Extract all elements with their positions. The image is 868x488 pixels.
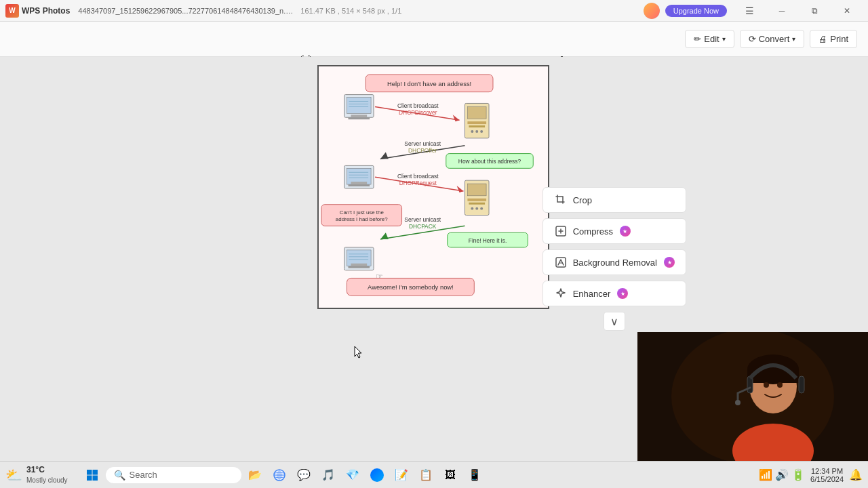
svg-text:DHCPRequest: DHCPRequest (399, 180, 437, 186)
convert-button[interactable]: ⟳ Convert ▾ (740, 30, 805, 48)
wifi-icon: 📶 (759, 468, 772, 481)
svg-rect-16 (467, 121, 486, 124)
title-bar: W WPS Photos 448347097_151259622967905..… (0, 0, 868, 22)
print-button[interactable]: 🖨 Print (810, 30, 857, 48)
svg-rect-57 (348, 266, 370, 268)
svg-text:Can't I just use the: Can't I just use the (340, 209, 384, 216)
svg-point-20 (480, 130, 483, 133)
taskbar-browser-icon[interactable] (269, 464, 290, 486)
weather-icon: ⛅ (5, 467, 22, 483)
search-placeholder: Search (130, 470, 157, 480)
convert-icon: ⟳ (749, 34, 756, 44)
edit-label: Edit (704, 34, 719, 44)
hamburger-button[interactable]: ☰ (734, 0, 765, 22)
svg-text:DHCPOffer: DHCPOffer (408, 147, 437, 154)
weather-temp: 31°C (26, 465, 68, 476)
taskbar-app5-icon[interactable]: 💎 (342, 464, 363, 486)
svg-point-75 (764, 382, 769, 388)
date: 6/15/2024 (810, 475, 844, 483)
svg-rect-77 (87, 470, 92, 475)
taskbar-search[interactable]: 🔍 Search (106, 467, 241, 483)
weather-widget: ⛅ 31°C Mostly cloudy (5, 465, 73, 485)
background-removal-label: Background Removal (573, 258, 657, 268)
background-removal-badge: ★ (664, 257, 675, 268)
background-removal-panel-item[interactable]: Background Removal ★ (542, 249, 686, 275)
svg-rect-15 (467, 106, 486, 119)
dhcp-diagram-svg: Help! I don't have an address! Client br… (319, 66, 548, 308)
taskbar-app6-icon[interactable] (366, 464, 388, 486)
svg-text:Client broadcast: Client broadcast (397, 173, 439, 180)
toolbar-right: ✏ Edit ▾ ⟳ Convert ▾ 🖨 Print (685, 30, 857, 48)
svg-point-46 (475, 207, 478, 210)
weather-info: 31°C Mostly cloudy (26, 465, 68, 485)
convert-dropdown-icon: ▾ (792, 35, 795, 43)
edit-icon: ✏ (694, 34, 701, 44)
edit-dropdown-icon: ▾ (722, 35, 726, 43)
system-time[interactable]: 12:34 PM 6/15/2024 (810, 467, 844, 483)
app-logo: W WPS Photos (5, 4, 70, 18)
taskbar-phone-icon[interactable]: 📱 (464, 464, 486, 486)
webcam-video (637, 332, 868, 461)
svg-rect-80 (92, 475, 98, 481)
taskbar-messenger-icon[interactable]: 💬 (293, 464, 315, 486)
compress-label: Compress (573, 226, 613, 237)
svg-point-76 (777, 382, 783, 388)
enhancer-icon (554, 287, 568, 300)
compress-icon (554, 224, 568, 238)
svg-rect-17 (469, 125, 485, 127)
edit-button[interactable]: ✏ Edit ▾ (685, 30, 734, 48)
svg-point-45 (471, 207, 473, 210)
minimize-button[interactable]: ─ (766, 0, 797, 22)
taskbar-clipboard-icon[interactable]: 📋 (415, 464, 437, 486)
image-viewer: Help! I don't have an address! Client br… (317, 65, 549, 309)
svg-text:address I had before?: address I had before? (336, 216, 388, 222)
svg-text:DHCPDiscover: DHCPDiscover (399, 109, 437, 116)
webcam-overlay (637, 332, 868, 461)
svg-rect-43 (467, 199, 486, 201)
crop-panel-item[interactable]: Crop (542, 187, 686, 213)
main-content: Help! I don't have an address! Client br… (0, 57, 868, 461)
taskbar: ⛅ 31°C Mostly cloudy 🔍 Search 📂 💬 🎵 💎 (0, 461, 868, 488)
svg-rect-30 (348, 184, 370, 186)
print-icon: 🖨 (818, 34, 827, 44)
svg-rect-5 (351, 115, 367, 117)
svg-point-18 (471, 130, 473, 133)
compress-panel-item[interactable]: Compress ★ (542, 218, 686, 244)
search-icon: 🔍 (114, 470, 125, 481)
clock: 12:34 PM (810, 467, 844, 475)
taskbar-right: 📶 🔊 🔋 12:34 PM 6/15/2024 🔔 (759, 467, 863, 483)
svg-point-73 (735, 400, 741, 405)
taskbar-files-icon[interactable]: 📂 (244, 464, 266, 486)
svg-text:Help! I don't have an address!: Help! I don't have an address! (387, 81, 471, 87)
svg-rect-29 (351, 182, 367, 184)
compress-badge: ★ (620, 226, 631, 237)
enhancer-panel-item[interactable]: Enhancer ★ (542, 281, 686, 306)
crop-label: Crop (573, 195, 592, 205)
app-name: WPS Photos (22, 6, 70, 16)
svg-text:Server unicast: Server unicast (404, 140, 441, 147)
upgrade-button[interactable]: Upgrade Now (665, 5, 727, 17)
right-panel: Crop Compress ★ Background Removal ★ (542, 187, 686, 331)
start-button[interactable] (81, 464, 103, 486)
notification-button[interactable]: 🔔 (849, 468, 863, 481)
svg-point-19 (475, 130, 478, 133)
battery-icon: 🔋 (791, 468, 805, 481)
weather-condition: Mostly cloudy (26, 476, 68, 485)
svg-rect-42 (467, 184, 486, 196)
panel-expand-button[interactable]: ∨ (604, 312, 625, 331)
taskbar-photos-icon[interactable]: 🖼 (439, 464, 461, 486)
taskbar-notes-icon[interactable]: 📝 (391, 464, 412, 486)
svg-rect-44 (469, 203, 485, 205)
svg-text:Fine! Here it is.: Fine! Here it is. (469, 237, 507, 244)
system-tray: 📶 🔊 🔋 (759, 468, 805, 481)
crop-icon (554, 193, 568, 207)
enhancer-label: Enhancer (573, 289, 611, 299)
svg-text:Client broadcast: Client broadcast (397, 102, 439, 109)
svg-rect-6 (348, 117, 370, 119)
restore-button[interactable]: ⧉ (799, 0, 830, 22)
close-button[interactable]: ✕ (831, 0, 863, 22)
filename: 448347097_151259622967905...722770614848… (78, 7, 295, 15)
enhancer-badge: ★ (617, 288, 628, 299)
taskbar-spotify-icon[interactable]: 🎵 (317, 464, 339, 486)
print-label: Print (830, 34, 848, 44)
